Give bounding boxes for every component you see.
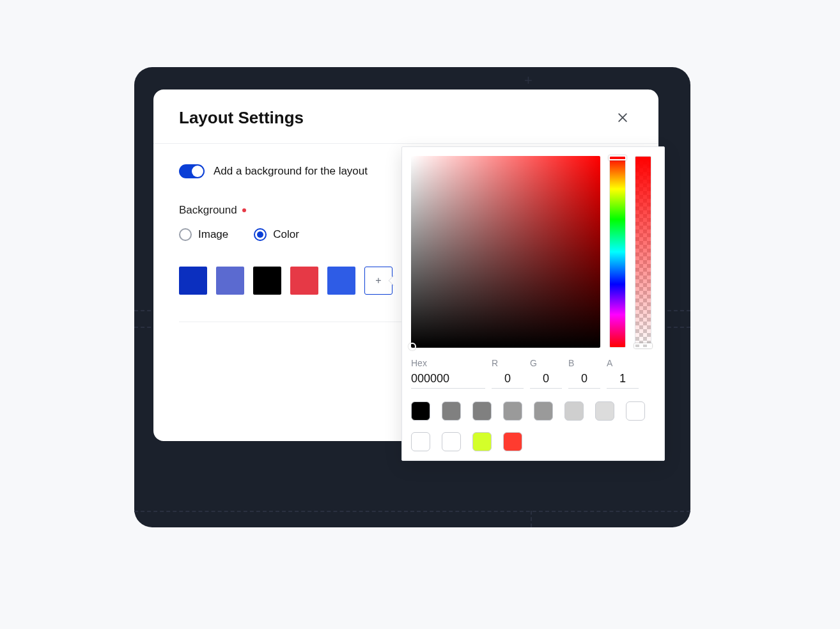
add-color-button[interactable]: +	[364, 267, 393, 295]
r-input[interactable]	[492, 371, 524, 389]
color-inputs: Hex R G B A	[411, 358, 655, 389]
close-button[interactable]	[612, 107, 633, 128]
color-picker-canvas-row	[411, 156, 655, 348]
radio-image-label: Image	[198, 228, 228, 241]
a-field: A	[607, 358, 639, 389]
preset-swatch[interactable]	[327, 267, 355, 295]
hue-slider[interactable]	[609, 156, 626, 348]
sb-cursor-icon	[408, 343, 416, 350]
background-toggle[interactable]	[179, 164, 205, 178]
recent-color-swatch[interactable]	[503, 401, 522, 421]
recent-color-swatch[interactable]	[595, 401, 614, 421]
dialog-title: Layout Settings	[179, 108, 304, 128]
hex-field: Hex	[411, 358, 485, 389]
radio-color-label: Color	[273, 228, 299, 241]
radio-icon	[254, 228, 267, 241]
background-field-label: Background	[179, 204, 237, 217]
alpha-thumb-icon	[634, 343, 652, 348]
plus-icon: +	[524, 72, 533, 89]
required-indicator-icon	[242, 208, 246, 212]
preset-swatch[interactable]	[253, 267, 281, 295]
background-toggle-label: Add a background for the layout	[214, 165, 368, 178]
hex-input[interactable]	[411, 371, 485, 389]
recent-color-swatch[interactable]	[503, 432, 522, 451]
r-field: R	[492, 358, 524, 389]
radio-icon	[179, 228, 192, 241]
recent-color-swatch[interactable]	[442, 401, 461, 421]
hue-thumb-icon	[609, 155, 626, 160]
plus-icon: +	[375, 275, 381, 286]
hex-label: Hex	[411, 358, 485, 368]
canvas-guide-vertical	[531, 511, 532, 527]
recent-colors	[411, 401, 655, 451]
preset-swatch[interactable]	[216, 267, 244, 295]
g-label: G	[530, 358, 562, 368]
radio-color[interactable]: Color	[254, 228, 299, 241]
canvas-guide-horizontal	[134, 511, 690, 512]
radio-image[interactable]: Image	[179, 228, 228, 241]
toggle-knob	[192, 166, 203, 177]
g-field: G	[530, 358, 562, 389]
preset-swatch[interactable]	[290, 267, 318, 295]
g-input[interactable]	[530, 371, 562, 389]
popover-arrow-icon	[389, 276, 400, 286]
close-icon	[616, 111, 629, 124]
recent-color-swatch[interactable]	[626, 401, 645, 421]
b-label: B	[568, 358, 600, 368]
recent-color-swatch[interactable]	[472, 432, 492, 451]
recent-color-swatch[interactable]	[472, 401, 492, 421]
alpha-slider[interactable]	[635, 156, 651, 348]
recent-color-swatch[interactable]	[411, 401, 430, 421]
recent-color-swatch[interactable]	[534, 401, 553, 421]
a-input[interactable]	[607, 371, 639, 389]
saturation-brightness-area[interactable]	[411, 156, 600, 348]
r-label: R	[492, 358, 524, 368]
b-field: B	[568, 358, 600, 389]
b-input[interactable]	[568, 371, 600, 389]
color-picker-popover: Hex R G B A	[401, 146, 665, 461]
recent-color-swatch[interactable]	[564, 401, 584, 421]
preset-swatch[interactable]	[179, 267, 207, 295]
recent-color-swatch[interactable]	[411, 432, 430, 451]
recent-color-swatch[interactable]	[442, 432, 461, 451]
a-label: A	[607, 358, 639, 368]
dialog-header: Layout Settings	[153, 89, 658, 144]
